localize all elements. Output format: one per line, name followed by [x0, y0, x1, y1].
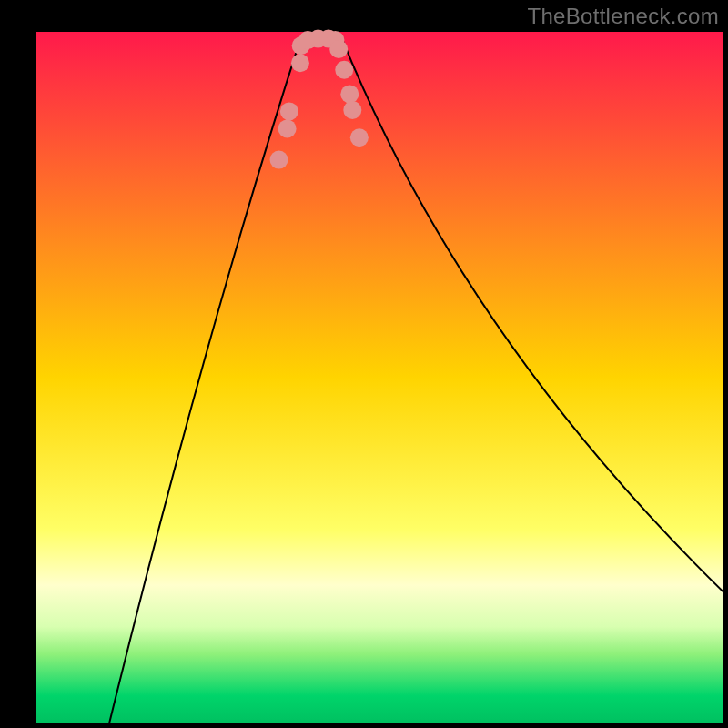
data-marker: [335, 61, 353, 79]
data-marker: [270, 151, 288, 169]
chart-canvas: [0, 0, 728, 728]
watermark-label: TheBottleneck.com: [527, 4, 719, 29]
data-marker: [350, 128, 369, 147]
data-marker: [343, 101, 361, 119]
gradient-background: [36, 32, 723, 723]
data-marker: [291, 54, 309, 72]
data-marker: [278, 119, 297, 137]
data-marker: [329, 40, 348, 58]
data-marker: [340, 85, 359, 103]
data-marker: [280, 102, 298, 120]
chart-frame: TheBottleneck.com: [0, 0, 728, 728]
